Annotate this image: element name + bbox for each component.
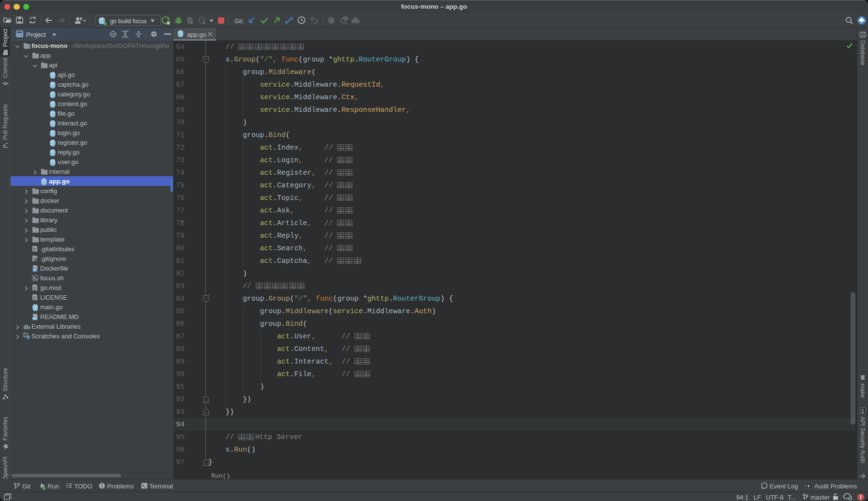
- svg-text:MD: MD: [33, 317, 37, 320]
- svg-text:M: M: [860, 375, 866, 380]
- svg-text:D: D: [34, 269, 36, 272]
